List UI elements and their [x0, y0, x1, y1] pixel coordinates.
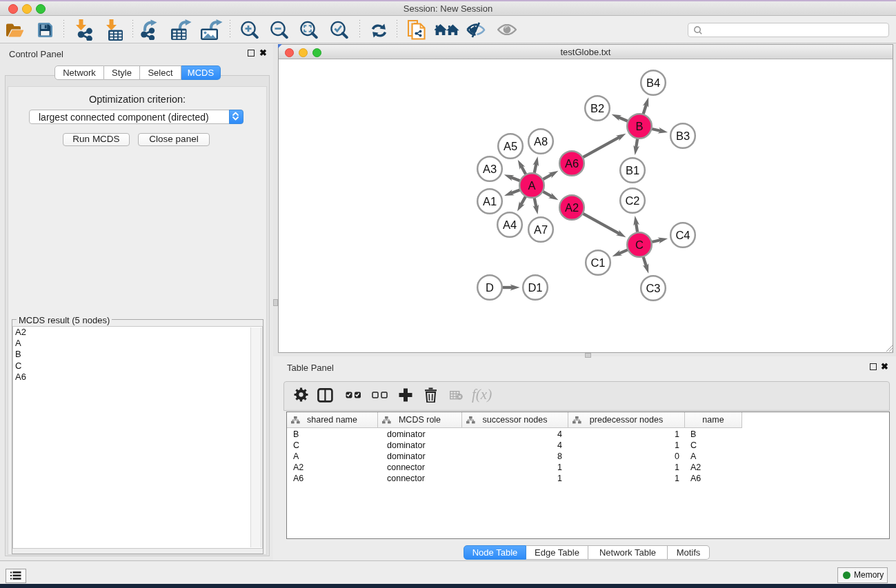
svg-text:A4: A4 — [503, 219, 517, 231]
svg-text:B4: B4 — [646, 77, 660, 89]
svg-text:A8: A8 — [534, 135, 548, 148]
svg-text:C2: C2 — [625, 194, 639, 207]
svg-text:B: B — [635, 120, 643, 132]
svg-text:A7: A7 — [534, 223, 548, 236]
svg-text:C4: C4 — [675, 229, 690, 241]
svg-text:C: C — [635, 239, 644, 251]
svg-text:B1: B1 — [626, 164, 639, 176]
svg-text:A2: A2 — [565, 201, 579, 214]
svg-text:A6: A6 — [565, 157, 579, 170]
svg-text:C3: C3 — [646, 282, 660, 294]
svg-text:C1: C1 — [590, 256, 605, 269]
svg-text:A: A — [528, 179, 535, 192]
svg-text:A5: A5 — [504, 140, 517, 152]
svg-text:A3: A3 — [483, 163, 497, 175]
svg-text:D1: D1 — [528, 281, 542, 294]
svg-text:A1: A1 — [483, 195, 497, 207]
svg-text:B3: B3 — [676, 130, 690, 142]
svg-text:B2: B2 — [590, 102, 604, 114]
svg-text:D: D — [486, 281, 494, 294]
